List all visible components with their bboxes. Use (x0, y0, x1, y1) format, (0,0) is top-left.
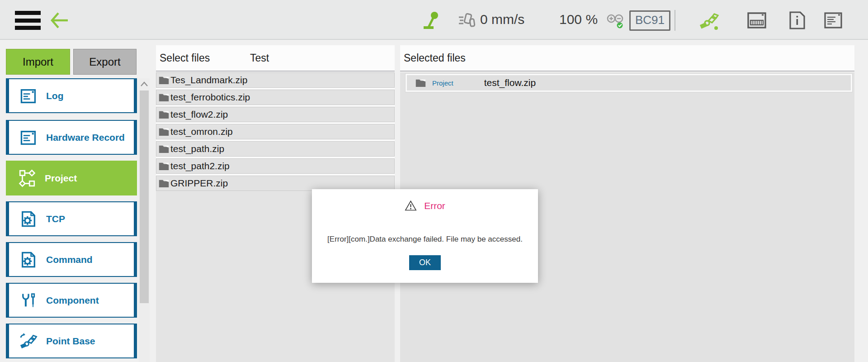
folder-icon (158, 110, 170, 119)
file-row[interactable]: test_ferrobotics.zip (156, 90, 395, 105)
file-row[interactable]: test_flow2.zip (156, 107, 395, 122)
component-tools-icon (18, 291, 39, 310)
sidebar-item-project[interactable]: Project (6, 161, 137, 195)
selected-file-type: Project (432, 79, 453, 87)
robot-id-badge: BC91 (629, 10, 670, 31)
import-button[interactable]: Import (6, 49, 70, 75)
toolbar-divider (675, 10, 675, 31)
sidebar-scroll-up-icon[interactable] (140, 80, 149, 89)
warning-icon (405, 200, 417, 211)
info-icon[interactable] (788, 11, 806, 30)
app-window: 0 mm/s 100 % BC91 (0, 0, 868, 362)
select-files-title: Select files (160, 52, 210, 64)
sidebar-item-command[interactable]: Command (6, 242, 137, 277)
folder-icon (158, 144, 170, 154)
tcp-speed-value: 0 mm/s (480, 12, 524, 27)
folder-icon (158, 127, 170, 137)
project-flowchart-icon (17, 169, 38, 188)
sidebar-item-tcp[interactable]: TCP (6, 201, 137, 236)
ok-button[interactable]: OK (409, 255, 441, 270)
sidebar-item-hardware-record[interactable]: Hardware Record (6, 120, 137, 155)
folder-icon (415, 78, 426, 88)
sidebar-scrollbar-thumb[interactable] (140, 90, 149, 303)
selected-file-name: test_flow.zip (484, 77, 536, 88)
speed-override-percent: 100 % (559, 12, 598, 27)
folder-icon (158, 92, 170, 102)
log-doc-icon (18, 86, 39, 105)
selected-files-title: Selected files (404, 52, 466, 64)
file-row[interactable]: test_path2.zip (156, 158, 395, 174)
command-gear-doc-icon (18, 250, 39, 269)
robot-program-icon[interactable] (698, 10, 720, 32)
file-row[interactable]: GRIPPER.zip (156, 176, 395, 191)
selected-file-row[interactable]: Project test_flow.zip (406, 74, 852, 92)
menu-icon[interactable] (15, 11, 41, 30)
export-button[interactable]: Export (73, 49, 137, 75)
log-panel-icon[interactable] (824, 12, 843, 29)
error-dialog: Error [Error][com.]Data exchange failed.… (312, 189, 538, 283)
folder-icon (158, 161, 170, 171)
speed-icon (458, 13, 478, 29)
landmark-pin-icon (423, 11, 442, 31)
folder-icon (158, 178, 170, 188)
selected-files-header: Selected files (400, 45, 854, 71)
file-row[interactable]: test_path.zip (156, 141, 395, 157)
point-base-robot-icon (18, 332, 39, 351)
select-files-context: Test (250, 52, 269, 64)
back-arrow-icon[interactable] (49, 10, 70, 31)
select-files-header: Select files Test (156, 45, 395, 71)
error-dialog-message: [Error][com.]Data exchange failed. File … (312, 235, 538, 244)
tcp-gear-doc-icon (18, 210, 39, 229)
speed-adjust-status-icon (607, 14, 625, 29)
file-row[interactable]: test_omron.zip (156, 124, 395, 139)
folder-icon (158, 75, 170, 85)
keyboard-icon[interactable] (747, 12, 767, 29)
sidebar-item-log[interactable]: Log (6, 78, 137, 113)
sidebar-item-component[interactable]: Component (6, 283, 137, 318)
file-row[interactable]: Tes_Landmark.zip (156, 72, 395, 88)
error-dialog-title: Error (424, 200, 445, 211)
top-toolbar: 0 mm/s 100 % BC91 (0, 0, 868, 40)
hardware-record-icon (18, 128, 39, 147)
sidebar-item-point-base[interactable]: Point Base (6, 324, 137, 358)
